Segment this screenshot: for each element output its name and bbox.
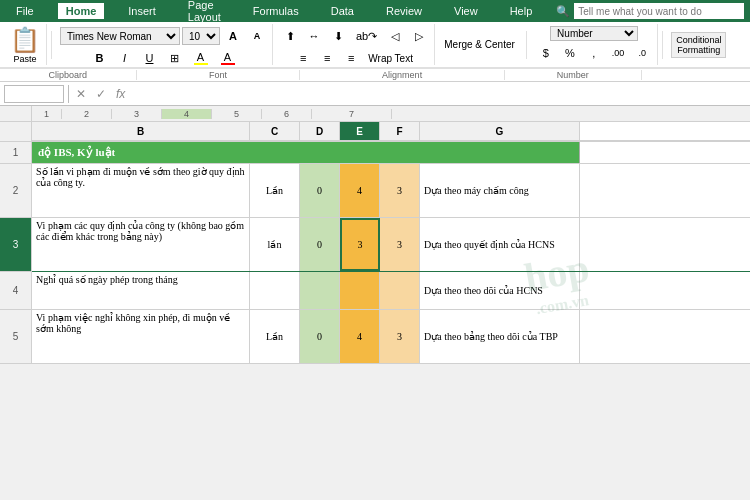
formula-icons: ✕ ✓ fx (73, 86, 128, 102)
insert-function-icon[interactable]: fx (113, 86, 128, 102)
text-direction-button[interactable]: ab↷ (351, 26, 382, 46)
align-center-button[interactable]: ≡ (316, 48, 338, 68)
col-header-D[interactable]: D (300, 122, 340, 142)
ruler-corner (0, 106, 32, 122)
row2-col-D[interactable]: 0 (300, 164, 340, 217)
row3-col-C[interactable]: lần (250, 218, 300, 271)
tab-review[interactable]: Review (378, 3, 430, 19)
col-header-B[interactable]: B (32, 122, 250, 142)
confirm-formula-icon[interactable]: ✓ (93, 86, 109, 102)
fill-color-button[interactable]: A (189, 48, 213, 68)
cell-text: lần (268, 239, 282, 250)
row-header-5[interactable]: 5 (0, 310, 32, 364)
tab-formulas[interactable]: Formulas (245, 3, 307, 19)
grid-container: 1 2 3 4 5 B C D E F G độ IBS, Kỷ luật (0, 122, 750, 364)
section-labels: Clipboard Font Alignment Number (0, 68, 750, 81)
tab-data[interactable]: Data (323, 3, 362, 19)
font-size-select[interactable]: 10 (182, 27, 220, 45)
paste-button[interactable]: 📋 Paste (10, 26, 40, 64)
row5-col-E[interactable]: 4 (340, 310, 380, 363)
row-header-1[interactable]: 1 (0, 142, 32, 164)
indent-increase-button[interactable]: ▷ (408, 26, 430, 46)
align-left-button[interactable]: ≡ (292, 48, 314, 68)
row2-col-G[interactable]: Dựa theo máy chấm công (420, 164, 580, 217)
col-header-G[interactable]: G (420, 122, 580, 142)
number-format-select[interactable]: Number (550, 26, 638, 41)
row-header-4[interactable]: 4 (0, 272, 32, 310)
row3-col-G[interactable]: Dựa theo quyết định của HCNS (420, 218, 580, 271)
number-section-label: Number (505, 70, 642, 80)
row5-col-C[interactable]: Lần (250, 310, 300, 363)
row2-col-E[interactable]: 4 (340, 164, 380, 217)
font-name-select[interactable]: Times New Roman (60, 27, 180, 45)
increase-font-button[interactable]: A (222, 26, 244, 46)
tab-file[interactable]: File (8, 3, 42, 19)
ruler-col-4-active: 4 (162, 109, 212, 119)
alignment-section-label: Alignment (300, 70, 504, 80)
underline-button[interactable]: U (139, 48, 161, 68)
search-input[interactable] (574, 3, 744, 19)
row4-col-D[interactable] (300, 272, 340, 309)
table-row: độ IBS, Kỷ luật (32, 142, 750, 164)
cell-text: 4 (357, 331, 362, 342)
tab-help[interactable]: Help (502, 3, 541, 19)
cell-reference-input[interactable]: E3 (4, 85, 64, 103)
col-header-E[interactable]: E (340, 122, 380, 142)
comma-button[interactable]: , (583, 43, 605, 63)
col-header-C[interactable]: C (250, 122, 300, 142)
tab-insert[interactable]: Insert (120, 3, 164, 19)
tab-home[interactable]: Home (58, 3, 105, 19)
increase-decimal-button[interactable]: .0 (631, 43, 653, 63)
row5-col-F[interactable]: 3 (380, 310, 420, 363)
wrap-text-button[interactable]: Wrap Text (364, 48, 417, 68)
row4-col-F[interactable] (380, 272, 420, 309)
indent-decrease-button[interactable]: ◁ (384, 26, 406, 46)
bold-button[interactable]: B (89, 48, 111, 68)
row3-col-D[interactable]: 0 (300, 218, 340, 271)
font-color-button[interactable]: A (216, 48, 240, 68)
cell-text: 0 (317, 185, 322, 196)
align-middle-button[interactable]: ↔ (303, 26, 325, 46)
paste-icon: 📋 (10, 26, 40, 54)
align-top-button[interactable]: ⬆ (279, 26, 301, 46)
row2-col-F[interactable]: 3 (380, 164, 420, 217)
tab-view[interactable]: View (446, 3, 486, 19)
font-color-icon: A (224, 51, 231, 63)
decrease-font-button[interactable]: A (246, 26, 268, 46)
row3-col-F[interactable]: 3 (380, 218, 420, 271)
border-button[interactable]: ⊞ (164, 48, 186, 68)
currency-button[interactable]: $ (535, 43, 557, 63)
align-right-button[interactable]: ≡ (340, 48, 362, 68)
merge-center-button[interactable]: Merge & Center (439, 35, 520, 55)
row2-col-C[interactable]: Lần (250, 164, 300, 217)
decrease-decimal-button[interactable]: .00 (607, 43, 630, 63)
italic-button[interactable]: I (114, 48, 136, 68)
row5-col-G[interactable]: Dựa theo bảng theo dõi của TBP (420, 310, 580, 363)
row-header-2[interactable]: 2 (0, 164, 32, 218)
col-header-F[interactable]: F (380, 122, 420, 142)
row3-col-E-selected[interactable]: 3 (340, 218, 380, 271)
align-bottom-button[interactable]: ⬇ (327, 26, 349, 46)
percent-button[interactable]: % (559, 43, 581, 63)
formula-input[interactable]: 3 (130, 85, 746, 103)
cell-text: 3 (397, 331, 402, 342)
row2-col-B[interactable]: Số lần vi phạm đi muộn về sớm theo giờ q… (32, 164, 250, 217)
cell-text: Dựa theo theo dõi của HCNS (424, 285, 543, 296)
row3-col-B[interactable]: Vi phạm các quy định của công ty (không … (32, 218, 250, 271)
column-ruler: 1 2 3 4 5 6 7 (0, 106, 750, 122)
row4-col-C[interactable] (250, 272, 300, 309)
separator3 (662, 31, 663, 59)
row4-col-E[interactable] (340, 272, 380, 309)
paste-label: Paste (13, 54, 36, 64)
row-header-3[interactable]: 3 (0, 218, 32, 272)
row5-col-D[interactable]: 0 (300, 310, 340, 363)
cell-text: 0 (317, 239, 322, 250)
conditional-formatting-button[interactable]: Conditional Formatting (671, 32, 726, 58)
cancel-formula-icon[interactable]: ✕ (73, 86, 89, 102)
row4-col-G[interactable]: Dựa theo theo dõi của HCNS (420, 272, 580, 309)
row5-col-B[interactable]: Vi phạm việc nghỉ không xin phép, đi muộ… (32, 310, 250, 363)
cell-text: Số lần vi phạm đi muộn về sớm theo giờ q… (36, 166, 245, 188)
cell-text: Nghỉ quá số ngày phép trong tháng (36, 274, 178, 285)
row4-col-B[interactable]: Nghỉ quá số ngày phép trong tháng (32, 272, 250, 309)
grid-body: B C D E F G độ IBS, Kỷ luật Số lần vi ph… (32, 122, 750, 364)
